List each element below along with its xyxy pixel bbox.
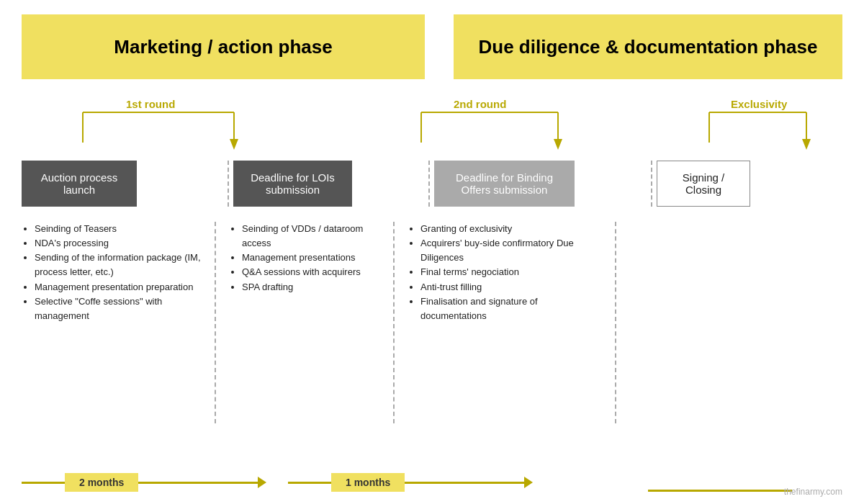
auction-box: Auction process launch xyxy=(22,161,137,207)
list-item: Granting of exclusivity xyxy=(420,222,602,236)
binding-box: Deadline for Binding Offers submission xyxy=(434,161,575,207)
list-col-2: Seinding of VDDs / dataroom access Manag… xyxy=(222,222,387,294)
lists-row: Seinding of Teasers NDA's processing Sen… xyxy=(22,222,842,423)
list-item: Seinding of VDDs / dataroom access xyxy=(242,222,380,251)
diligence-phase-header: Due diligence & documentation phase xyxy=(454,14,842,79)
exclusivity-label: Exclusivity xyxy=(731,98,787,110)
first-round-label: 1st round xyxy=(126,98,175,110)
watermark: thefinarmy.com xyxy=(784,487,842,497)
arrow-line-right-1 xyxy=(138,482,258,484)
sep-3 xyxy=(651,161,652,207)
arrow-head-1 xyxy=(258,477,266,488)
list-sep-2 xyxy=(393,222,395,423)
marketing-title: Marketing / action phase xyxy=(114,36,332,58)
sep-1 xyxy=(228,161,229,207)
list-1: Seinding of Teasers NDA's processing Sen… xyxy=(22,222,202,323)
signing-box: Signing / Closing xyxy=(657,161,750,207)
list-item: Final terms' negociation xyxy=(420,265,602,279)
list-item: NDA's processing xyxy=(35,236,202,251)
list-item: Seinding of Teasers xyxy=(35,222,202,236)
svg-marker-7 xyxy=(554,139,562,150)
exclusivity-underline xyxy=(648,490,792,492)
list-item: Q&A sessions with acquirers xyxy=(242,265,380,279)
boxes-row: Auction process launch Deadline for LOIs… xyxy=(22,161,842,207)
list-col-3: Granting of exclusivity Acquirers' buy-s… xyxy=(400,222,609,323)
second-round-label: 2nd round xyxy=(454,98,506,110)
arrow-head-2 xyxy=(524,477,533,488)
arrow-line-left-2 xyxy=(288,482,331,484)
loi-box: Deadline for LOIs submission xyxy=(233,161,352,207)
months-row: 2 months 1 months xyxy=(22,473,569,492)
marketing-phase-header: Marketing / action phase xyxy=(22,14,425,79)
list-item: SPA drafting xyxy=(242,280,380,294)
page: Marketing / action phase Due diligence &… xyxy=(0,0,864,504)
list-item: Management presentations xyxy=(242,251,380,265)
svg-marker-3 xyxy=(230,139,238,150)
arrow-line-right-2 xyxy=(405,482,524,484)
diligence-title: Due diligence & documentation phase xyxy=(479,36,818,58)
list-col-1: Seinding of Teasers NDA's processing Sen… xyxy=(22,222,209,323)
second-month-arrow: 1 months xyxy=(288,473,533,492)
svg-marker-11 xyxy=(802,139,811,150)
list-item: Finalisation and signature of documentat… xyxy=(420,294,602,323)
second-months-box: 1 months xyxy=(331,473,405,492)
arrow-line-left-1 xyxy=(22,482,65,484)
sep-2 xyxy=(428,161,430,207)
list-item: Management presentation preparation xyxy=(35,280,202,294)
list-item: Acquirers' buy-side confirmatory Due Dil… xyxy=(420,236,602,265)
main-layout: 1st round 2nd round Exclusivity Auction … xyxy=(22,92,842,504)
header-row: Marketing / action phase Due diligence &… xyxy=(22,14,842,79)
list-item: Sending of the information package (IM, … xyxy=(35,251,202,279)
list-item: Selective "Coffe sessions" with manageme… xyxy=(35,294,202,323)
list-2: Seinding of VDDs / dataroom access Manag… xyxy=(229,222,380,294)
first-months-box: 2 months xyxy=(65,473,138,492)
list-sep-1 xyxy=(215,222,216,423)
list-item: Anti-trust filling xyxy=(420,280,602,294)
first-month-arrow: 2 months xyxy=(22,473,266,492)
list-sep-3 xyxy=(615,222,616,423)
list-3: Granting of exclusivity Acquirers' buy-s… xyxy=(408,222,602,323)
